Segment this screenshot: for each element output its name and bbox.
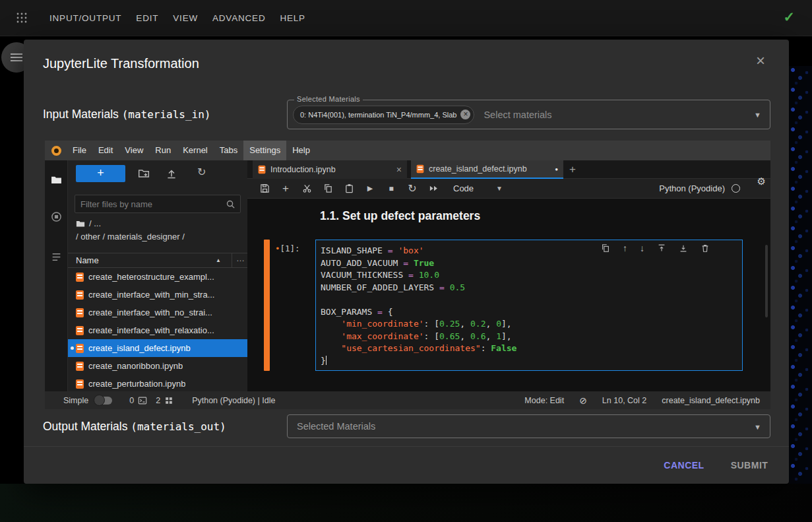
cursor-position[interactable]: Ln 10, Col 2	[602, 396, 646, 405]
tab-introduction[interactable]: Introduction.ipynb ×	[253, 160, 407, 179]
kernel-indicator[interactable]: Python (Pyodide)	[659, 183, 740, 193]
top-menu-item[interactable]: HELP	[280, 13, 305, 23]
top-menu-item[interactable]: ADVANCED	[212, 13, 265, 23]
tab-create-island-defect[interactable]: create_island_defect.ipynb ●	[411, 160, 563, 179]
scrollbar[interactable]	[765, 245, 768, 317]
save-icon[interactable]	[254, 183, 275, 193]
file-row[interactable]: create_heterostructure_exampl...	[68, 268, 247, 286]
simple-mode-toggle[interactable]	[95, 397, 112, 405]
file-row[interactable]: create_interface_with_relaxatio...	[68, 321, 247, 339]
kernel-status-text[interactable]: Python (Pyodide) | Idle	[192, 396, 275, 405]
breadcrumb[interactable]: / ...	[76, 218, 101, 228]
table-of-contents-icon[interactable]	[51, 251, 62, 263]
code-cell-editor[interactable]: ISLAND_SHAPE = 'box'AUTO_ADD_VACUUM = Tr…	[315, 240, 743, 371]
file-row[interactable]: create_island_defect.ipynb	[68, 339, 247, 357]
chevron-down-icon[interactable]: ▼	[754, 111, 761, 119]
notebook-file-icon	[76, 273, 84, 282]
top-menu-item[interactable]: VIEW	[173, 13, 198, 23]
jupyter-menu-item[interactable]: Run	[149, 141, 177, 160]
jupyter-menu-item[interactable]: Help	[286, 141, 316, 160]
terminals-count[interactable]: 0	[129, 396, 134, 405]
cell-type-dropdown[interactable]: Code ▼	[453, 183, 503, 193]
run-cell-icon[interactable]: ▶	[359, 184, 381, 193]
new-launcher-button[interactable]: +	[76, 165, 125, 182]
name-column-header[interactable]: Name	[76, 255, 99, 265]
file-name: create_heterostructure_exampl...	[88, 272, 214, 282]
file-row[interactable]: create_perturbation.ipynb	[68, 375, 247, 391]
restart-run-all-icon[interactable]	[423, 183, 444, 193]
file-row[interactable]: create_interface_with_min_stra...	[68, 286, 247, 304]
input-materials-select[interactable]: Selected Materials 0: N4Ti4(001), termin…	[287, 100, 770, 129]
output-materials-select[interactable]: Selected Materials ▼	[287, 414, 770, 438]
code-line[interactable]: }	[321, 355, 737, 368]
dialog-actions: CANCEL SUBMIT	[24, 446, 789, 484]
kernel-sessions-icon	[164, 396, 173, 405]
code-line[interactable]: 'max_coordinate': [0.65, 0.6, 1],	[321, 331, 737, 343]
code-line[interactable]	[321, 294, 737, 306]
file-browser-icon[interactable]	[51, 174, 62, 185]
submit-button[interactable]: SUBMIT	[722, 453, 777, 477]
upload-icon[interactable]	[166, 168, 177, 179]
apps-grid-icon[interactable]	[16, 12, 28, 24]
jupyter-menu-item[interactable]: Settings	[243, 141, 286, 160]
kernels-count[interactable]: 2	[156, 396, 160, 405]
file-name: create_perturbation.ipynb	[88, 379, 185, 389]
editor-mode[interactable]: Mode: Edit	[524, 396, 564, 405]
file-filter-input[interactable]	[75, 195, 223, 212]
material-chip[interactable]: 0: N4Ti4(001), termination TiN_P4/mmm_4,…	[293, 106, 474, 124]
running-kernels-icon[interactable]	[51, 211, 62, 222]
chevron-down-icon[interactable]: ▼	[754, 423, 761, 431]
cell-collapser-bar[interactable]	[264, 240, 270, 371]
close-icon[interactable]: ×	[756, 53, 765, 69]
breadcrumb-root[interactable]: / ...	[89, 218, 101, 228]
top-menu-item[interactable]: INPUT/OUTPUT	[49, 13, 121, 23]
duplicate-cell-icon[interactable]	[601, 244, 610, 253]
section-heading: 1.1. Set up defect parameters	[320, 209, 480, 223]
code-line[interactable]: BOX_PARAMS = {	[321, 306, 737, 319]
move-cell-up-icon[interactable]: ↑	[623, 244, 627, 253]
active-file-name[interactable]: create_island_defect.ipynb	[662, 396, 760, 405]
more-columns-icon[interactable]: …	[236, 253, 245, 263]
new-tab-icon[interactable]: +	[569, 163, 576, 176]
jupyter-menu-item[interactable]: Tabs	[214, 141, 243, 160]
paste-cells-icon[interactable]	[338, 183, 359, 193]
cut-cells-icon[interactable]	[296, 183, 317, 193]
tab-label: create_island_defect.ipynb	[429, 164, 527, 174]
tab-label: Introduction.ipynb	[270, 165, 336, 174]
top-menu-item[interactable]: EDIT	[136, 13, 158, 23]
code-line[interactable]: NUMBER_OF_ADDED_LAYERS = 0.5	[321, 282, 737, 294]
file-filter	[75, 195, 241, 213]
sort-ascending-icon[interactable]: ▲	[216, 257, 221, 263]
insert-cell-above-icon[interactable]	[657, 244, 666, 253]
code-line[interactable]: AUTO_ADD_VACUUM = True	[321, 257, 737, 270]
chip-remove-icon[interactable]: ×	[460, 110, 470, 119]
code-line[interactable]: 'min_coordinate': [0.25, 0.2, 0],	[321, 318, 737, 331]
success-check-icon: ✓	[783, 9, 795, 25]
jupyter-menu-item[interactable]: Kernel	[177, 141, 214, 160]
jupyter-menu-item[interactable]: Edit	[92, 141, 119, 160]
gear-icon[interactable]: ⚙	[757, 176, 766, 187]
code-line[interactable]: VACUUM_THICKNESS = 10.0	[321, 269, 737, 282]
delete-cell-icon[interactable]	[701, 244, 710, 253]
file-row[interactable]: create_interface_with_no_strai...	[68, 304, 247, 321]
home-folder-icon[interactable]	[76, 219, 85, 228]
copy-cells-icon[interactable]	[317, 183, 338, 193]
new-folder-icon[interactable]	[138, 168, 150, 179]
jupyter-menu-item[interactable]: File	[67, 141, 92, 160]
tab-close-icon[interactable]: ×	[396, 164, 402, 175]
move-cell-down-icon[interactable]: ↓	[640, 244, 644, 253]
notebook-file-icon	[259, 166, 266, 174]
stop-kernel-icon[interactable]: ■	[381, 184, 402, 193]
refresh-icon[interactable]: ↻	[197, 166, 206, 178]
cancel-button[interactable]: CANCEL	[657, 453, 711, 477]
file-list: create_heterostructure_exampl...create_i…	[68, 268, 247, 391]
add-cell-icon[interactable]: +	[275, 182, 296, 195]
file-name: create_island_defect.ipynb	[88, 343, 191, 353]
file-row[interactable]: create_nanoribbon.ipynb	[68, 357, 247, 375]
jupyter-menu-item[interactable]: View	[119, 141, 149, 160]
restart-kernel-icon[interactable]: ↻	[402, 182, 423, 195]
insert-cell-below-icon[interactable]	[679, 244, 688, 253]
breadcrumb-path[interactable]: / other / materials_designer /	[76, 232, 185, 242]
code-line[interactable]: "use_cartesian_coordinates": False	[321, 343, 737, 355]
file-list-header[interactable]: Name ▲ …	[68, 253, 247, 268]
